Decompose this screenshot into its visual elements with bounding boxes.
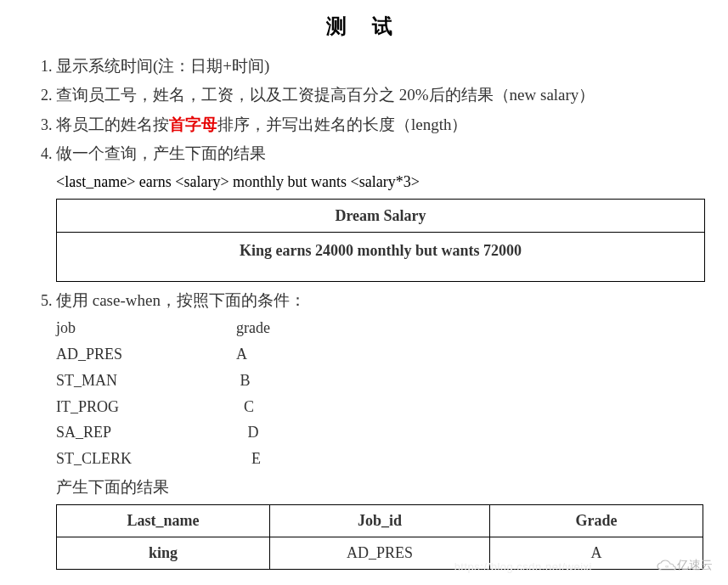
question-list: 显示系统时间(注：日期+时间) 查询员工号，姓名，工资，以及工资提高百分之 20… xyxy=(17,53,711,570)
svg-text:∞: ∞ xyxy=(665,564,669,569)
question-3: 将员工的姓名按首字母排序，并写出姓名的长度（length） xyxy=(56,111,711,138)
question-5-result-text: 产生下面的结果 xyxy=(56,474,711,501)
grade-value: A xyxy=(236,341,338,368)
grade-job: ST_CLERK xyxy=(56,446,236,472)
question-3-text-b: 排序，并写出姓名的长度（length） xyxy=(217,115,468,133)
grade-row: AD_PRES A xyxy=(56,341,711,368)
question-4-text: 做一个查询，产生下面的结果 xyxy=(56,144,266,162)
grade-mapping: job grade AD_PRES A ST_MAN B IT_PROG C S… xyxy=(56,315,711,473)
grade-value: C xyxy=(236,394,338,420)
result-cell-lastname: king xyxy=(57,537,270,569)
result-header-lastname: Last_name xyxy=(57,504,270,537)
watermark-brand: 亿速云 xyxy=(677,558,713,573)
result-header-jobid: Job_id xyxy=(270,504,490,537)
grade-row: ST_MAN B xyxy=(56,368,711,394)
question-2-text: 查询员工号，姓名，工资，以及工资提高百分之 20%后的结果（new salary… xyxy=(56,86,595,104)
watermark: ∞ 亿速云 xyxy=(657,558,713,573)
question-2: 查询员工号，姓名，工资，以及工资提高百分之 20%后的结果（new salary… xyxy=(56,82,711,109)
grade-value: E xyxy=(236,446,338,472)
question-5-text: 使用 case-when，按照下面的条件： xyxy=(56,291,306,309)
grade-header-job: job xyxy=(56,315,236,341)
grade-row: ST_CLERK E xyxy=(56,446,711,472)
grade-job: IT_PROG xyxy=(56,394,236,420)
grade-header-grade: grade xyxy=(236,315,338,341)
question-5: 使用 case-when，按照下面的条件： job grade AD_PRES … xyxy=(56,287,711,569)
grade-job: SA_REP xyxy=(56,419,236,446)
grade-job: ST_MAN xyxy=(56,368,236,394)
grade-row: IT_PROG C xyxy=(56,394,711,420)
question-3-text-a: 将员工的姓名按 xyxy=(56,115,169,133)
cloud-icon: ∞ xyxy=(657,560,674,571)
grade-value: D xyxy=(236,419,338,446)
grade-header-row: job grade xyxy=(56,315,711,341)
grade-value: B xyxy=(236,368,338,394)
question-4-formula: <last_name> earns <salary> monthly but w… xyxy=(56,169,711,195)
grade-row: SA_REP D xyxy=(56,419,711,446)
dream-salary-table: Dream Salary King earns 24000 monthly bu… xyxy=(56,199,705,283)
result-table: Last_name Job_id Grade king AD_PRES A xyxy=(56,504,703,570)
grade-job: AD_PRES xyxy=(56,341,236,368)
faint-watermark-text: https://blog.csdn.net/weixi xyxy=(454,560,592,573)
result-header-grade: Grade xyxy=(489,504,703,537)
question-1-text: 显示系统时间(注：日期+时间) xyxy=(56,57,269,75)
question-3-highlight: 首字母 xyxy=(169,115,217,133)
question-4: 做一个查询，产生下面的结果 <last_name> earns <salary>… xyxy=(56,140,711,282)
question-1: 显示系统时间(注：日期+时间) xyxy=(56,53,711,80)
dream-table-header: Dream Salary xyxy=(57,199,705,233)
dream-table-row: King earns 24000 monthly but wants 72000 xyxy=(57,233,705,282)
document-title: 测 试 xyxy=(17,13,711,40)
